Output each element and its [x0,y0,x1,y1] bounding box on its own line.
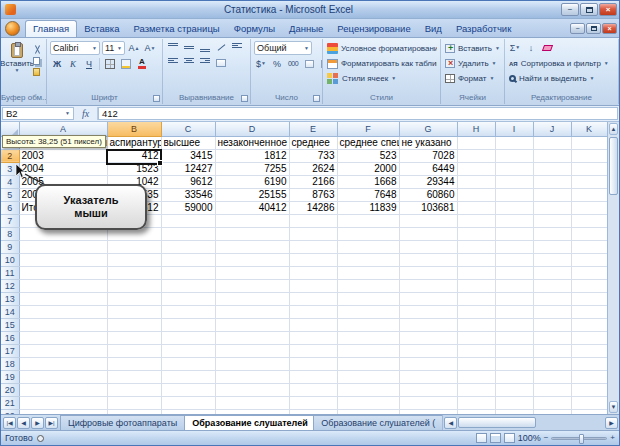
cell-C14[interactable] [161,305,215,318]
cell-B10[interactable] [107,253,161,266]
vertical-scrollbar[interactable]: ▲ ▼ [607,122,619,414]
zoom-out-icon[interactable]: − [544,434,549,442]
cell-D3[interactable]: 7255 [215,162,289,175]
increase-decimal-button[interactable] [302,57,316,70]
cell-C6[interactable]: 59000 [161,201,215,214]
cell-H22[interactable] [457,409,495,414]
zoom-in-icon[interactable]: + [610,434,615,442]
cell-J12[interactable] [533,279,571,292]
cell-I3[interactable] [495,162,533,175]
cell-E8[interactable] [289,227,337,240]
cell-J4[interactable] [533,175,571,188]
cell-J22[interactable] [533,409,571,414]
comma-format-button[interactable]: 000 [286,57,300,70]
page-break-view-icon[interactable] [504,433,515,443]
cell-J16[interactable] [533,331,571,344]
cell-D16[interactable] [215,331,289,344]
cell-B16[interactable] [107,331,161,344]
cell-F6[interactable]: 11839 [337,201,399,214]
scroll-down-icon[interactable]: ▼ [609,401,618,413]
cell-K21[interactable] [571,396,607,409]
ribbon-button[interactable]: Найти и выделить▼ [508,71,615,86]
cell-D18[interactable] [215,357,289,370]
cell-H7[interactable] [457,214,495,227]
cell-A20[interactable] [19,383,107,396]
cell-D6[interactable]: 40412 [215,201,289,214]
cell-B13[interactable] [107,292,161,305]
cell-C22[interactable] [161,409,215,414]
cell-G16[interactable] [399,331,457,344]
row-header-3[interactable]: 3 [1,162,19,175]
last-sheet-button[interactable]: ▶| [45,417,58,429]
cell-E1[interactable]: среднее [289,136,337,149]
cut-icon[interactable] [33,45,42,54]
cell-H14[interactable] [457,305,495,318]
cell-G8[interactable] [399,227,457,240]
row-header-5[interactable]: 5 [1,188,19,201]
cell-I7[interactable] [495,214,533,227]
cell-G10[interactable] [399,253,457,266]
cell-G14[interactable] [399,305,457,318]
cell-J2[interactable] [533,149,571,162]
row-header-18[interactable]: 18 [1,357,19,370]
cell-D5[interactable]: 25155 [215,188,289,201]
cell-H10[interactable] [457,253,495,266]
cell-F5[interactable]: 7648 [337,188,399,201]
cell-D15[interactable] [215,318,289,331]
cell-I22[interactable] [495,409,533,414]
cell-E16[interactable] [289,331,337,344]
row-header-20[interactable]: 20 [1,383,19,396]
cell-C18[interactable] [161,357,215,370]
cell-G15[interactable] [399,318,457,331]
align-bottom-button[interactable] [198,41,212,54]
cell-B17[interactable] [107,344,161,357]
cell-K6[interactable] [571,201,607,214]
cell-K14[interactable] [571,305,607,318]
column-header-a[interactable]: A [19,122,107,136]
row-header-4[interactable]: 4 [1,175,19,188]
next-sheet-button[interactable]: ▶ [31,417,44,429]
cell-J10[interactable] [533,253,571,266]
cell-G12[interactable] [399,279,457,292]
formula-input[interactable]: 412 [98,107,618,120]
maximize-button[interactable] [580,3,598,16]
font-name-combo[interactable]: Calibri ▼ [50,41,100,55]
cell-H8[interactable] [457,227,495,240]
cell-F12[interactable] [337,279,399,292]
cell-F10[interactable] [337,253,399,266]
scroll-left-icon[interactable]: ◀ [444,417,457,429]
cell-B19[interactable] [107,370,161,383]
scroll-right-icon[interactable]: ▶ [605,417,618,429]
cell-K12[interactable] [571,279,607,292]
row-header-19[interactable]: 19 [1,370,19,383]
row-header-13[interactable]: 13 [1,292,19,305]
cell-E21[interactable] [289,396,337,409]
cell-H15[interactable] [457,318,495,331]
cell-I12[interactable] [495,279,533,292]
cell-B3[interactable]: 1523 [107,162,161,175]
row-header-21[interactable]: 21 [1,396,19,409]
shrink-font-button[interactable]: А▼ [143,42,157,55]
merge-center-button[interactable] [214,56,228,69]
row-header-12[interactable]: 12 [1,279,19,292]
cell-F22[interactable] [337,409,399,414]
cell-D17[interactable] [215,344,289,357]
cell-H16[interactable] [457,331,495,344]
cell-E20[interactable] [289,383,337,396]
row-header-22[interactable]: 22 [1,409,19,414]
cell-K16[interactable] [571,331,607,344]
cell-I15[interactable] [495,318,533,331]
scroll-up-icon[interactable]: ▲ [609,123,618,135]
cell-C10[interactable] [161,253,215,266]
ribbon-tab[interactable]: Главная [25,20,77,37]
cell-J9[interactable] [533,240,571,253]
cell-K4[interactable] [571,175,607,188]
cell-B18[interactable] [107,357,161,370]
page-layout-view-icon[interactable] [490,433,501,443]
cell-D13[interactable] [215,292,289,305]
cell-A16[interactable] [19,331,107,344]
cell-I5[interactable] [495,188,533,201]
prev-sheet-button[interactable]: ◀ [17,417,30,429]
cell-B2[interactable]: 412 [107,149,161,162]
ribbon-tab[interactable]: Вид [418,21,449,37]
